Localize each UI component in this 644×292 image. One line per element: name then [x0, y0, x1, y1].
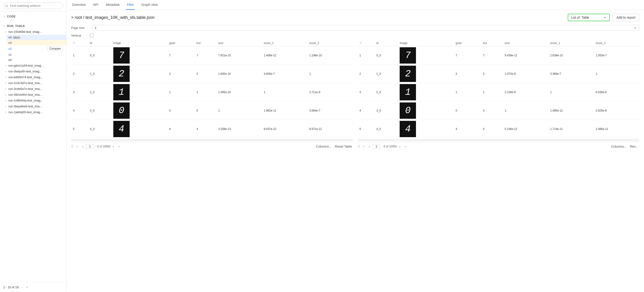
tab-metadata[interactable]: Metadata	[105, 0, 120, 10]
search-icon	[5, 4, 8, 7]
run-3cde6a7n[interactable]: run-3cde6a7n-test_ima...	[0, 86, 66, 92]
row-image: 1	[112, 83, 168, 102]
table-row: 2 1_0 2 2 2 1.072e-8 3.366e-7 1.	[358, 65, 640, 83]
table-row: 1 0_0 7 7 7 7.921e-15 1.409e-12 1.198e-1…	[71, 46, 353, 65]
row-num: 5	[358, 120, 374, 138]
run-3lwya6wd[interactable]: run-3lwya6wd-test_ima...	[0, 103, 66, 109]
prev-row-btn[interactable]: ‹	[81, 144, 84, 149]
columns-button[interactable]: Columns...	[610, 144, 628, 149]
version-v3[interactable]: v3	[6, 40, 66, 45]
row-truth: 0	[195, 102, 216, 120]
version-v1[interactable]: v1	[6, 52, 66, 57]
next-row-btn[interactable]: ›	[398, 144, 401, 149]
col-filter[interactable]	[358, 40, 374, 46]
chevron-right-icon	[5, 70, 7, 73]
last-page-btn[interactable]: →	[403, 144, 408, 149]
list-of-dropdown[interactable]: List of: Table	[568, 14, 610, 21]
run-1vf8044q[interactable]: run-1vf8044q-test_imag...	[0, 98, 66, 103]
search-input[interactable]	[3, 2, 64, 9]
resize-handle[interactable]: ⠿	[71, 145, 74, 148]
run-id-label: run-1ykklq00-test_imag...	[8, 110, 42, 114]
col-image: image	[112, 40, 168, 46]
prev-row-btn[interactable]: ‹	[368, 144, 371, 149]
run-1ykklq00[interactable]: run-1ykklq00-test_imag...	[0, 109, 66, 115]
tab-overview[interactable]: Overview	[71, 0, 86, 10]
row-num: 4	[358, 102, 374, 120]
run-392ve0hn[interactable]: run-392ve0hn-test_ima...	[0, 92, 66, 98]
row-num: 4	[71, 102, 88, 120]
row-id: 3_0	[374, 102, 398, 120]
first-page-btn[interactable]: ←	[362, 144, 366, 149]
run-item-0: run-15lvi69d-test_imag... v4 latest v3 v…	[0, 29, 66, 63]
run-id-label: run-1vf8044q-test_imag...	[8, 99, 43, 102]
reset-table-button[interactable]: Reset Table	[334, 144, 353, 149]
tab-api[interactable]: API	[92, 0, 99, 10]
row-score2: 2.485e-11	[594, 120, 639, 138]
filter-icon	[360, 42, 362, 44]
vertical-row: Vertical	[71, 33, 639, 37]
last-page-btn[interactable]: →	[116, 144, 121, 149]
prev-page-button[interactable]: ‹	[20, 285, 24, 290]
run-table-label: RUN_TABLE	[7, 24, 25, 28]
breadcrumb: > root / test_images_10K_with_ids.table.…	[71, 15, 154, 20]
vertical-checkbox[interactable]	[90, 33, 94, 37]
row-score: 7.921e-15	[216, 46, 262, 65]
run-3lwrju6h[interactable]: run-3lwrju6h-test_imag...	[0, 68, 66, 74]
digit-image: 7	[113, 47, 130, 64]
version-v4[interactable]: v4 latest	[6, 35, 66, 40]
table-row: 1 0_0 7 7 7 9.439e-12 2.639e-10 1.053e-7	[358, 46, 640, 65]
row-score1: 2.639e-10	[548, 46, 594, 65]
page-input[interactable]	[372, 144, 380, 149]
chevron-down-icon	[3, 25, 6, 27]
page-input[interactable]	[86, 144, 94, 149]
version-v2[interactable]: v2 Compare	[6, 45, 66, 52]
row-guess: 0	[168, 102, 195, 120]
table-row: 3 2_0 1 1 1 1.495e-10 1. 2.711e-9	[71, 83, 353, 102]
row-truth: 1	[195, 83, 216, 102]
chevron-right-icon	[5, 64, 7, 67]
col-filter[interactable]	[71, 40, 88, 46]
row-truth: 4	[195, 120, 216, 138]
row-num: 3	[358, 83, 374, 102]
row-score1: 3.366e-7	[548, 65, 594, 83]
row-score2: 6.530e-8	[594, 83, 639, 102]
run-1n3c3d7o[interactable]: run-1n3c3d7o-test_ima...	[0, 80, 66, 86]
data-table-left: id image gues trut scor score_1 score_2 …	[71, 40, 353, 138]
run-id-label: run-ki959474-test_imag...	[8, 75, 43, 79]
run-15lvi69d[interactable]: run-15lvi69d-test_imag...	[0, 29, 66, 35]
run-gdvv1a34[interactable]: run-gdvv1a34-test_imag...	[0, 63, 66, 68]
row-image: 2	[398, 65, 454, 83]
code-section-header[interactable]: CODE	[0, 13, 66, 19]
next-row-btn[interactable]: ›	[112, 144, 115, 149]
reset-table-button[interactable]: Res...	[629, 144, 639, 149]
sidebar-pagination: 1 - 10 of 19 ‹ ›	[0, 282, 66, 292]
h-scrollbar-right[interactable]	[358, 139, 640, 141]
run-table-header[interactable]: RUN_TABLE	[0, 23, 66, 29]
add-to-report-button[interactable]: Add to report	[612, 14, 639, 21]
table-left: id image gues trut scor score_1 score_2 …	[71, 40, 353, 151]
chevron-right-icon	[3, 15, 6, 18]
version-list: v4 latest v3 v2 Compare v1 v0	[0, 35, 66, 63]
run-id-label: run-3lwya6wd-test_ima...	[8, 105, 42, 108]
tab-graph-view[interactable]: Graph view	[140, 0, 159, 10]
next-page-button[interactable]: ›	[26, 285, 28, 290]
compare-button[interactable]: Compare	[47, 46, 63, 51]
table-row: 5 4_0 4 4 4 3.258e-13 9.557e-12 8.571e-1…	[71, 120, 353, 138]
data-table-right: id image gues trut scor score_1 score_2 …	[358, 40, 640, 138]
version-v0[interactable]: v0	[6, 57, 66, 63]
first-page-btn[interactable]: ←	[75, 144, 80, 149]
tables-container: id image gues trut scor score_1 score_2 …	[71, 40, 639, 151]
row-guess: 4	[454, 120, 481, 138]
resize-handle[interactable]: ⠿	[358, 145, 360, 148]
main-content: Overview API Metadata Files Graph view >…	[66, 0, 644, 292]
run-ki959474[interactable]: run-ki959474-test_imag...	[0, 74, 66, 80]
digit-image: 2	[113, 66, 130, 82]
columns-button[interactable]: Columns...	[315, 144, 332, 149]
page-size-dropdown[interactable]: 2	[92, 25, 639, 31]
digit-image: 1	[113, 84, 130, 100]
h-scrollbar-left[interactable]	[71, 139, 353, 141]
row-num: 1	[358, 46, 374, 65]
row-guess: 1	[168, 83, 195, 102]
tab-files[interactable]: Files	[126, 0, 135, 10]
row-score2: 1.	[594, 65, 639, 83]
